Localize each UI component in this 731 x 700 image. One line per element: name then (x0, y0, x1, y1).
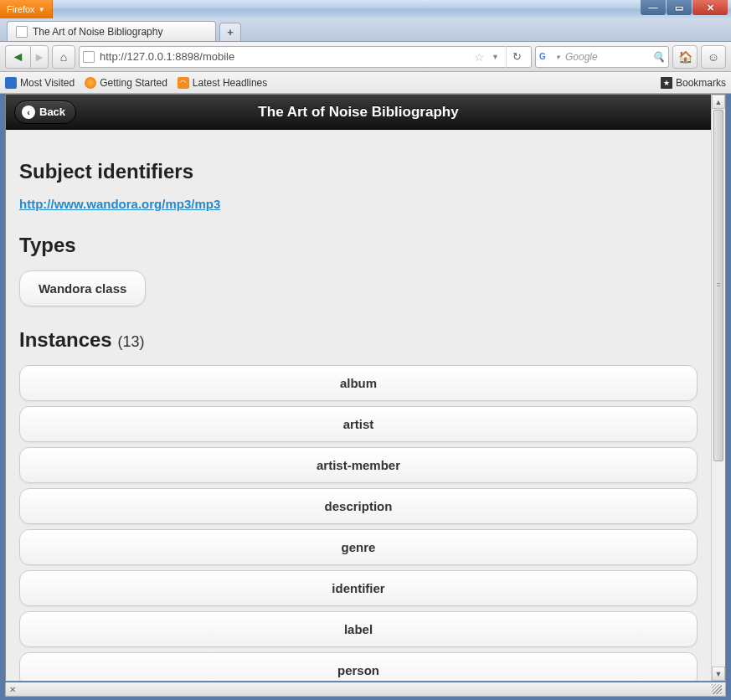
close-button[interactable]: ✕ (692, 0, 728, 15)
url-bar[interactable]: http://127.0.0.1:8898/mobile ☆ ▼ ↻ (79, 46, 532, 68)
bookmark-label: Latest Headlines (193, 77, 267, 89)
instances-count: (13) (117, 333, 144, 350)
instances-heading: Instances (13) (19, 328, 698, 352)
mobile-header: ‹ Back The Art of Noise Bibliography (6, 95, 711, 130)
search-placeholder: Google (565, 51, 649, 63)
instance-item[interactable]: artist (19, 406, 698, 442)
dropdown-icon[interactable]: ▾ (554, 53, 562, 61)
subject-identifiers-heading: Subject identifiers (19, 160, 698, 183)
dropdown-icon: ▼ (39, 6, 45, 13)
mobile-page-title: The Art of Noise Bibliography (6, 104, 711, 121)
url-text: http://127.0.0.1:8898/mobile (100, 50, 469, 63)
bookmark-latest-headlines[interactable]: ◠ Latest Headlines (178, 77, 267, 89)
bookmark-label: Most Visited (20, 77, 75, 89)
google-icon: G (539, 51, 551, 63)
dropdown-icon[interactable]: ▼ (490, 53, 501, 61)
instance-item[interactable]: identifier (19, 570, 698, 606)
content-frame: ‹ Back The Art of Noise Bibliography Sub… (5, 94, 726, 682)
arrow-left-icon: ◄ (12, 49, 25, 64)
arrow-right-icon: ► (33, 50, 45, 64)
search-bar[interactable]: G ▾ Google 🔍 (535, 46, 669, 68)
maximize-button[interactable]: ▭ (667, 0, 692, 15)
statusbar-close-icon[interactable]: ✕ (9, 685, 16, 694)
subject-identifier-link[interactable]: http://www.wandora.org/mp3/mp3 (19, 197, 220, 211)
reload-button[interactable]: ↻ (506, 46, 528, 68)
tab-title: The Art of Noise Bibliography (33, 26, 162, 38)
bookmarks-toolbar: Most Visited Getting Started ◠ Latest He… (0, 72, 731, 94)
bookmark-getting-started[interactable]: Getting Started (85, 77, 167, 89)
vertical-scrollbar[interactable]: ▲ ▼ (711, 95, 725, 681)
tab-strip: The Art of Noise Bibliography + (0, 18, 731, 42)
window-controls: — ▭ ✕ (641, 0, 728, 15)
type-button[interactable]: Wandora class (19, 270, 146, 306)
instance-item[interactable]: description (19, 488, 698, 524)
scroll-up-button[interactable]: ▲ (712, 95, 725, 109)
types-heading: Types (19, 234, 698, 257)
instances-list: albumartistartist-memberdescriptiongenre… (19, 365, 698, 681)
bookmark-most-visited[interactable]: Most Visited (5, 77, 75, 89)
firefox-icon (85, 77, 96, 89)
resize-grip-icon[interactable] (712, 684, 722, 694)
status-bar: ✕ (5, 682, 726, 697)
firefox-menu-button[interactable]: Firefox ▼ (0, 0, 53, 18)
site-icon (83, 51, 95, 63)
feedback-icon: ☺ (708, 50, 719, 64)
bookmark-label: Bookmarks (676, 77, 726, 89)
browser-tab[interactable]: The Art of Noise Bibliography (7, 21, 216, 41)
page-icon (16, 26, 28, 38)
scroll-thumb[interactable] (713, 110, 723, 461)
instance-item[interactable]: album (19, 365, 698, 401)
back-button-label: Back (39, 106, 65, 118)
feedback-button[interactable]: ☺ (701, 45, 726, 69)
forward-button[interactable]: ► (30, 45, 49, 69)
scroll-down-button[interactable]: ▼ (712, 667, 725, 681)
bookmark-star-icon[interactable]: ☆ (474, 50, 485, 64)
new-tab-button[interactable]: + (219, 23, 241, 41)
rss-icon: ◠ (178, 77, 189, 89)
instances-heading-text: Instances (19, 328, 112, 351)
back-button[interactable]: ◄ (5, 45, 30, 69)
instance-item[interactable]: genre (19, 529, 698, 565)
page-viewport: ‹ Back The Art of Noise Bibliography Sub… (6, 95, 711, 681)
home-button[interactable]: ⌂ (52, 45, 75, 69)
bookmarks-menu[interactable]: ★ Bookmarks (661, 77, 726, 89)
home-page-button[interactable]: 🏠 (672, 45, 698, 69)
most-visited-icon (5, 77, 17, 89)
mobile-back-button[interactable]: ‹ Back (14, 100, 76, 124)
house-icon: 🏠 (678, 50, 692, 64)
bookmark-label: Getting Started (100, 77, 167, 89)
navigation-toolbar: ◄ ► ⌂ http://127.0.0.1:8898/mobile ☆ ▼ ↻… (0, 42, 731, 72)
search-icon[interactable]: 🔍 (652, 51, 665, 63)
instance-item[interactable]: person (19, 652, 698, 681)
instance-item[interactable]: label (19, 611, 698, 647)
bookmarks-icon: ★ (661, 77, 672, 89)
minimize-button[interactable]: — (641, 0, 666, 15)
chevron-left-icon: ‹ (22, 106, 35, 119)
instance-item[interactable]: artist-member (19, 447, 698, 483)
window-titlebar[interactable]: Firefox ▼ — ▭ ✕ (0, 0, 731, 18)
home-icon: ⌂ (60, 50, 67, 64)
browser-window: Firefox ▼ — ▭ ✕ The Art of Noise Bibliog… (0, 0, 731, 700)
firefox-menu-label: Firefox (7, 4, 35, 14)
